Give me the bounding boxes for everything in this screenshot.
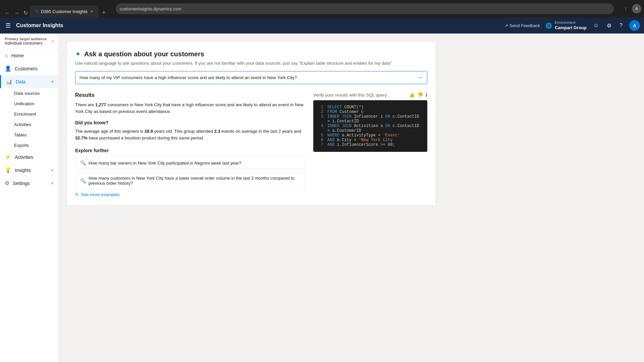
browser-profile-icon[interactable]: A <box>632 4 641 13</box>
sql-code-6: AND b.City = 'New York City <box>327 138 392 142</box>
user-avatar[interactable]: A <box>629 20 640 31</box>
sql-code-2: FROM Customer c <box>327 110 364 114</box>
sidebar: Primary target audience Individual consu… <box>0 34 59 362</box>
sidebar-sub-enrichment[interactable]: Enrichment <box>0 109 58 119</box>
sidebar-sub-unification[interactable]: Unification <box>0 99 58 109</box>
url-text: customerinsights.dynamics.com <box>120 6 181 11</box>
sql-panel-actions: 👍 👎 ℹ <box>409 92 427 98</box>
hamburger-button[interactable]: ☰ <box>4 20 12 31</box>
settings-icon: ⚙ <box>5 180 9 186</box>
settings-chevron-icon: ∨ <box>51 181 54 185</box>
tab-title: D365 Customer Insights <box>41 9 88 14</box>
explore-item-0[interactable]: 🔍 How many bar owners in New York City p… <box>75 157 305 169</box>
sidebar-item-home[interactable]: ⌂ Home <box>0 49 58 62</box>
app-title: Customer Insights <box>16 22 63 28</box>
sidebar-item-insights-label: Insights <box>15 168 31 173</box>
sql-code-5: WHERE a.ActivityType = 'Event' <box>327 133 400 138</box>
sql-info-button[interactable]: ℹ <box>426 92 427 98</box>
sidebar-item-insights[interactable]: 💡 Insights ∨ <box>0 164 58 177</box>
sidebar-sub-data-sources[interactable]: Data sources <box>0 88 58 99</box>
see-more-icon: ↻ <box>75 192 79 197</box>
sql-linenum-7: 7 <box>318 142 323 147</box>
sql-panel: Verify your results with this SQL query … <box>313 92 427 197</box>
sidebar-item-data[interactable]: 📊 Data ∧ <box>0 75 58 88</box>
ai-subtitle: Use natural language to ask questions ab… <box>75 61 427 66</box>
sidebar-sub-tables[interactable]: Tables <box>0 130 58 140</box>
top-nav-left: ☰ Customer Insights <box>4 20 63 31</box>
results-left: Results There are 1,277 consumers in New… <box>75 92 305 197</box>
sidebar-target-label: Primary target audience <box>5 37 47 41</box>
send-feedback-link[interactable]: ↗ Send Feedback <box>504 23 540 28</box>
top-nav-right: ↗ Send Feedback 🌐 Environment Campari Gr… <box>504 20 640 31</box>
customers-icon: 👤 <box>5 65 11 72</box>
nav-back-button[interactable]: ← <box>3 9 12 17</box>
sql-thumbdown-button[interactable]: 👎 <box>417 92 423 98</box>
see-more-examples-link[interactable]: ↻ See more examples <box>75 192 305 197</box>
settings-button[interactable]: ⚙ <box>605 21 613 30</box>
active-browser-tab[interactable]: D D365 Customer Insights ✕ <box>30 5 99 17</box>
tab-close-button[interactable]: ✕ <box>90 9 93 14</box>
sidebar-sub-activities-label: Activities <box>14 122 31 127</box>
sidebar-item-customers[interactable]: 👤 Customers <box>0 62 58 75</box>
help-button[interactable]: ? <box>618 21 624 30</box>
sidebar-item-activities[interactable]: ⚡ Activities <box>0 150 58 164</box>
nav-refresh-button[interactable]: ↻ <box>21 8 30 17</box>
query-input-container[interactable]: → <box>75 71 427 84</box>
sql-line-4: 4 INNER JOIN Activities a ON c.ContactID… <box>318 124 423 133</box>
sql-panel-title: Verify your results with this SQL query <box>313 93 387 98</box>
sql-code-1: SELECT COUNT(*) <box>327 105 364 110</box>
explore-title: Explore further <box>75 148 305 153</box>
app: ☰ Customer Insights ↗ Send Feedback 🌐 En… <box>0 17 644 362</box>
sidebar-item-settings-label: Settings <box>13 181 30 186</box>
purchase-pct: 32.7% <box>75 135 88 140</box>
sql-code-4: INNER JOIN Activities a ON c.ContactID =… <box>327 124 423 133</box>
send-feedback-label: Send Feedback <box>509 23 540 28</box>
sql-linenum-3: 3 <box>318 114 323 124</box>
sql-line-3: 3 INNER JOIN Influencer i ON c.ContactID… <box>318 114 423 124</box>
send-feedback-icon: ↗ <box>504 23 508 28</box>
sidebar-sub-unification-label: Unification <box>14 101 35 106</box>
did-you-know-title: Did you know? <box>75 120 305 125</box>
sql-line-7: 7 AND i.InfluencerScore >= 80; <box>318 142 423 147</box>
smiley-button[interactable]: ☺ <box>592 21 600 30</box>
new-tab-button[interactable]: + <box>99 8 109 17</box>
avg-age: 28.9 <box>145 129 153 134</box>
sidebar-sub-activities[interactable]: Activities <box>0 119 58 130</box>
sidebar-target-audience[interactable]: Primary target audience Individual consu… <box>0 34 58 49</box>
environment-info: 🌐 Environment Campari Group <box>545 20 587 31</box>
data-icon: 📊 <box>6 78 12 85</box>
sidebar-sub-exports[interactable]: Exports <box>0 140 58 150</box>
browser-chrome: ← → ↻ D D365 Customer Insights ✕ + custo… <box>0 0 644 17</box>
explore-section: Explore further 🔍 How many bar owners in… <box>75 148 305 197</box>
browser-menu-button[interactable]: ⋮ <box>621 4 631 13</box>
explore-search-icon-1: 🔍 <box>80 178 86 183</box>
activities-icon: ⚡ <box>5 154 11 160</box>
ai-query-card: ✦ Ask a question about your customers Us… <box>67 42 436 205</box>
sidebar-sub-data-sources-label: Data sources <box>14 91 40 96</box>
data-chevron-icon: ∧ <box>51 79 54 84</box>
sql-linenum-6: 6 <box>318 138 323 142</box>
address-bar[interactable]: customerinsights.dynamics.com <box>116 3 614 14</box>
sql-code-block: 1 SELECT COUNT(*) 2 FROM Customer c 3 IN… <box>313 100 427 152</box>
browser-action-buttons: ⋮ A <box>618 4 644 13</box>
sidebar-item-data-label: Data <box>16 79 26 84</box>
main-layout: Primary target audience Individual consu… <box>0 34 644 362</box>
avg-events: 2.3 <box>214 129 220 134</box>
sql-code-3: INNER JOIN Influencer i ON c.ContactID =… <box>327 114 423 124</box>
environment-icon: 🌐 <box>545 22 552 29</box>
sql-code-7: AND i.InfluencerScore >= 80; <box>327 142 395 147</box>
sidebar-item-customers-label: Customers <box>15 66 38 71</box>
sql-linenum-1: 1 <box>318 105 323 110</box>
query-input[interactable] <box>79 75 414 80</box>
home-icon: ⌂ <box>5 53 8 59</box>
explore-item-1[interactable]: 🔍 How many customers in New York City ha… <box>75 172 305 189</box>
sql-thumbup-button[interactable]: 👍 <box>409 92 415 98</box>
nav-forward-button[interactable]: → <box>12 9 21 17</box>
environment-name: Campari Group <box>555 25 587 31</box>
query-submit-button[interactable]: → <box>417 74 423 81</box>
results-title: Results <box>75 92 305 98</box>
ai-card-header: ✦ Ask a question about your customers <box>75 50 427 58</box>
sql-line-2: 2 FROM Customer c <box>318 110 423 114</box>
sidebar-item-settings[interactable]: ⚙ Settings ∨ <box>0 177 58 190</box>
results-section: Results There are 1,277 consumers in New… <box>75 92 427 197</box>
